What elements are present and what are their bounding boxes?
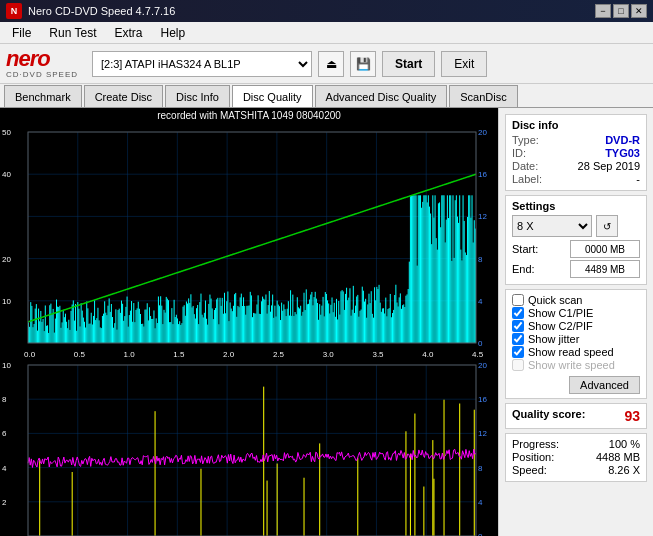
show-read-speed-row: Show read speed bbox=[512, 346, 640, 358]
disc-label-row: Label: - bbox=[512, 173, 640, 185]
chart-title: recorded with MATSHITA 1049 08040200 bbox=[157, 110, 341, 121]
end-mb-input[interactable] bbox=[570, 260, 640, 278]
quick-scan-label: Quick scan bbox=[528, 294, 582, 306]
advanced-button[interactable]: Advanced bbox=[569, 376, 640, 394]
start-mb-row: Start: bbox=[512, 240, 640, 258]
position-value: 4488 MB bbox=[596, 451, 640, 463]
tab-disc-info[interactable]: Disc Info bbox=[165, 85, 230, 107]
minimize-button[interactable]: − bbox=[595, 4, 611, 18]
bottom-chart-canvas bbox=[0, 361, 498, 536]
tab-create-disc[interactable]: Create Disc bbox=[84, 85, 163, 107]
quality-score-row: Quality score: 93 bbox=[512, 408, 640, 424]
disc-type-value: DVD-R bbox=[605, 134, 640, 146]
disc-date-value: 28 Sep 2019 bbox=[578, 160, 640, 172]
quick-scan-row: Quick scan bbox=[512, 294, 640, 306]
menu-bar: File Run Test Extra Help bbox=[0, 22, 653, 44]
position-row: Position: 4488 MB bbox=[512, 451, 640, 463]
progress-value: 100 % bbox=[609, 438, 640, 450]
main-content: recorded with MATSHITA 1049 08040200 Dis… bbox=[0, 108, 653, 536]
quality-score-value: 93 bbox=[624, 408, 640, 424]
disc-date-label: Date: bbox=[512, 160, 538, 172]
disc-type-row: Type: DVD-R bbox=[512, 134, 640, 146]
disc-label-label: Label: bbox=[512, 173, 542, 185]
quality-score-section: Quality score: 93 bbox=[505, 403, 647, 429]
progress-row: Progress: 100 % bbox=[512, 438, 640, 450]
menu-file[interactable]: File bbox=[4, 24, 39, 42]
toolbar: nero CD·DVD SPEED [2:3] ATAPI iHAS324 A … bbox=[0, 44, 653, 84]
start-mb-input[interactable] bbox=[570, 240, 640, 258]
end-mb-row: End: bbox=[512, 260, 640, 278]
disc-info-section: Disc info Type: DVD-R ID: TYG03 Date: 28… bbox=[505, 114, 647, 191]
settings-section: Settings 8 X 4 X 12 X 16 X ↺ Start: End: bbox=[505, 195, 647, 285]
show-jitter-row: Show jitter bbox=[512, 333, 640, 345]
show-c2-pif-label: Show C2/PIF bbox=[528, 320, 593, 332]
speed-row: 8 X 4 X 12 X 16 X ↺ bbox=[512, 215, 640, 237]
quick-scan-checkbox[interactable] bbox=[512, 294, 524, 306]
show-jitter-checkbox[interactable] bbox=[512, 333, 524, 345]
disc-label-value: - bbox=[636, 173, 640, 185]
show-jitter-label: Show jitter bbox=[528, 333, 579, 345]
chart-area: recorded with MATSHITA 1049 08040200 bbox=[0, 108, 498, 536]
show-read-speed-checkbox[interactable] bbox=[512, 346, 524, 358]
menu-run-test[interactable]: Run Test bbox=[41, 24, 104, 42]
position-label: Position: bbox=[512, 451, 554, 463]
disc-type-label: Type: bbox=[512, 134, 539, 146]
right-panel: Disc info Type: DVD-R ID: TYG03 Date: 28… bbox=[498, 108, 653, 536]
checkboxes-section: Quick scan Show C1/PIE Show C2/PIF Show … bbox=[505, 289, 647, 399]
progress-label: Progress: bbox=[512, 438, 559, 450]
show-c1-pie-checkbox[interactable] bbox=[512, 307, 524, 319]
tab-benchmark[interactable]: Benchmark bbox=[4, 85, 82, 107]
tab-disc-quality[interactable]: Disc Quality bbox=[232, 85, 313, 107]
show-c1-pie-label: Show C1/PIE bbox=[528, 307, 593, 319]
maximize-button[interactable]: □ bbox=[613, 4, 629, 18]
close-button[interactable]: ✕ bbox=[631, 4, 647, 18]
show-c1-pie-row: Show C1/PIE bbox=[512, 307, 640, 319]
tab-advanced-disc-quality[interactable]: Advanced Disc Quality bbox=[315, 85, 448, 107]
app-title: Nero CD-DVD Speed 4.7.7.16 bbox=[28, 5, 175, 17]
start-button[interactable]: Start bbox=[382, 51, 435, 77]
settings-reset-button[interactable]: ↺ bbox=[596, 215, 618, 237]
menu-extra[interactable]: Extra bbox=[106, 24, 150, 42]
speed-label: Speed: bbox=[512, 464, 547, 476]
menu-help[interactable]: Help bbox=[153, 24, 194, 42]
show-c2-pif-row: Show C2/PIF bbox=[512, 320, 640, 332]
drive-selector[interactable]: [2:3] ATAPI iHAS324 A BL1P bbox=[92, 51, 312, 77]
app-icon: N bbox=[6, 3, 22, 19]
disc-id-row: ID: TYG03 bbox=[512, 147, 640, 159]
show-write-speed-row: Show write speed bbox=[512, 359, 640, 371]
title-bar: N Nero CD-DVD Speed 4.7.7.16 − □ ✕ bbox=[0, 0, 653, 22]
show-write-speed-checkbox[interactable] bbox=[512, 359, 524, 371]
nero-subtitle: CD·DVD SPEED bbox=[6, 70, 78, 79]
speed-selector[interactable]: 8 X 4 X 12 X 16 X bbox=[512, 215, 592, 237]
show-read-speed-label: Show read speed bbox=[528, 346, 614, 358]
show-c2-pif-checkbox[interactable] bbox=[512, 320, 524, 332]
logo: nero CD·DVD SPEED bbox=[6, 48, 78, 79]
disc-id-label: ID: bbox=[512, 147, 526, 159]
disc-id-value: TYG03 bbox=[605, 147, 640, 159]
exit-button[interactable]: Exit bbox=[441, 51, 487, 77]
start-mb-label: Start: bbox=[512, 243, 538, 255]
show-write-speed-label: Show write speed bbox=[528, 359, 615, 371]
speed-value: 8.26 X bbox=[608, 464, 640, 476]
settings-title: Settings bbox=[512, 200, 640, 212]
disc-date-row: Date: 28 Sep 2019 bbox=[512, 160, 640, 172]
speed-row: Speed: 8.26 X bbox=[512, 464, 640, 476]
eject-button[interactable]: ⏏ bbox=[318, 51, 344, 77]
end-mb-label: End: bbox=[512, 263, 535, 275]
tab-bar: Benchmark Create Disc Disc Info Disc Qua… bbox=[0, 84, 653, 108]
save-button[interactable]: 💾 bbox=[350, 51, 376, 77]
window-controls: − □ ✕ bbox=[595, 4, 647, 18]
progress-section: Progress: 100 % Position: 4488 MB Speed:… bbox=[505, 433, 647, 482]
nero-logo-text: nero bbox=[6, 48, 78, 70]
disc-info-title: Disc info bbox=[512, 119, 640, 131]
top-chart-canvas bbox=[0, 126, 498, 361]
quality-score-label: Quality score: bbox=[512, 408, 585, 424]
tab-scandisc[interactable]: ScanDisc bbox=[449, 85, 517, 107]
